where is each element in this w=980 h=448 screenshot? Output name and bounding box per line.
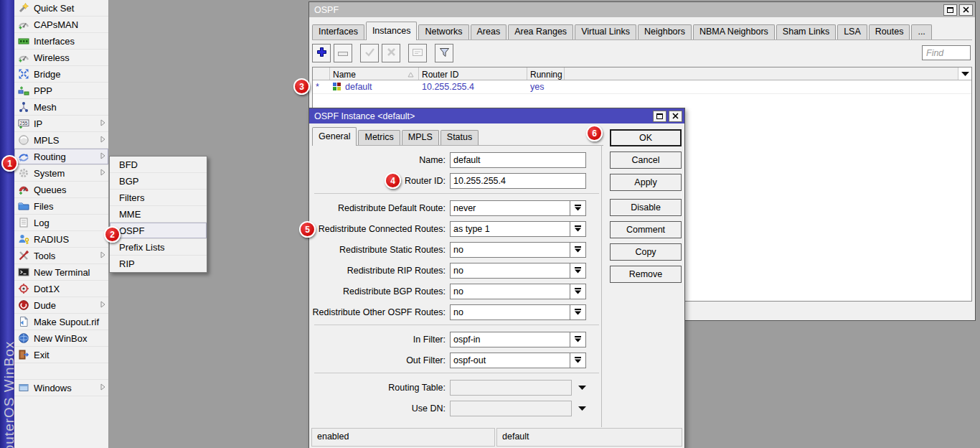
submenu-item-bgp[interactable]: BGP	[110, 173, 207, 190]
ospf-tab-lsa[interactable]: LSA	[837, 24, 867, 39]
ospf-tab-interfaces[interactable]: Interfaces	[312, 24, 364, 39]
ospf-tab-areas[interactable]: Areas	[471, 24, 507, 39]
dropdown-button[interactable]	[570, 221, 586, 237]
sidebar-item-exit[interactable]: Exit	[14, 347, 108, 363]
name-column-header[interactable]: Name	[330, 67, 419, 80]
router-id-column-header[interactable]: Router ID	[419, 67, 527, 80]
field-input-redistribute-rip-routes[interactable]	[450, 263, 570, 279]
field-row-redistribute-rip-routes: Redistribute RIP Routes:	[312, 262, 601, 279]
comment-button[interactable]: Comment	[610, 221, 682, 238]
sidebar-item-dot1x[interactable]: Dot1X	[14, 281, 108, 297]
sidebar-item-ppp[interactable]: PPP	[14, 83, 108, 99]
sidebar-item-radius[interactable]: RADIUS	[14, 231, 108, 248]
sidebar-item-system[interactable]: System	[14, 165, 108, 182]
dropdown-button[interactable]	[570, 304, 586, 320]
submenu-arrow-icon	[100, 118, 106, 129]
submenu-arrow-icon	[100, 251, 106, 261]
dialog-close-button[interactable]	[669, 111, 682, 122]
enable-button[interactable]	[360, 44, 379, 62]
dropdown-button[interactable]	[570, 353, 586, 368]
disable-button[interactable]	[382, 44, 400, 62]
dropdown-button[interactable]	[570, 242, 586, 258]
disable-button[interactable]: Disable	[610, 199, 682, 216]
comment-button[interactable]	[408, 44, 427, 62]
row-name-cell: default	[330, 82, 419, 92]
dropdown-button[interactable]	[570, 332, 586, 347]
field-input-name[interactable]	[450, 152, 586, 168]
dropdown-button[interactable]	[570, 263, 586, 279]
field-input-in-filter[interactable]	[450, 332, 570, 347]
submenu-item-mme[interactable]: MME	[110, 206, 207, 223]
dialog-tab-mpls[interactable]: MPLS	[402, 130, 439, 145]
exit-icon	[18, 349, 29, 360]
submenu-item-prefix-lists[interactable]: Prefix Lists	[110, 239, 207, 256]
status-enabled: enabled	[311, 428, 495, 447]
close-button[interactable]	[959, 4, 973, 16]
sidebar-item-new-terminal[interactable]: New Terminal	[14, 264, 108, 281]
dialog-maximize-button[interactable]	[653, 111, 666, 122]
sidebar-item-routing[interactable]: Routing	[14, 149, 108, 165]
field-label: Redistribute Static Routes:	[312, 245, 450, 255]
dialog-tab-general[interactable]: General	[312, 127, 357, 146]
sidebar-item-interfaces[interactable]: Interfaces	[14, 33, 108, 50]
ospf-tab-nbma-neighbors[interactable]: NBMA Neighbors	[693, 24, 775, 39]
sidebar-item-dude[interactable]: Dude	[14, 297, 108, 314]
sidebar-item-files[interactable]: Files	[14, 198, 108, 215]
remove-button[interactable]	[334, 44, 352, 62]
sidebar-item-mpls[interactable]: MPLS	[14, 132, 108, 149]
ok-button[interactable]: OK	[610, 129, 682, 146]
running-column-header[interactable]: Running	[527, 67, 565, 80]
ospf-tab-area-ranges[interactable]: Area Ranges	[508, 24, 573, 39]
submenu-item-ospf[interactable]: OSPF	[110, 223, 207, 239]
sidebar-item-quick-set[interactable]: Quick Set	[14, 0, 108, 17]
sidebar-item-windows[interactable]: Windows	[14, 380, 108, 396]
apply-button[interactable]: Apply	[610, 174, 682, 191]
ospf-tab-instances[interactable]: Instances	[366, 22, 418, 40]
sidebar-item-bridge[interactable]: Bridge	[14, 66, 108, 83]
dialog-tab-status[interactable]: Status	[440, 130, 479, 145]
sidebar-item-tools[interactable]: Tools	[14, 248, 108, 264]
sidebar-item-capsman[interactable]: CAPsMAN	[14, 17, 108, 33]
filter-button[interactable]	[435, 44, 453, 62]
field-input-redistribute-default-route[interactable]	[450, 200, 570, 216]
find-input[interactable]	[922, 45, 971, 60]
dropdown-button[interactable]	[570, 284, 586, 299]
field-input-out-filter[interactable]	[450, 353, 570, 368]
add-button[interactable]	[312, 44, 331, 62]
sidebar-item-make-supout-rif[interactable]: Make Supout.rif	[14, 314, 108, 330]
ospf-tab-[interactable]: ...	[911, 24, 931, 39]
ospf-tab-sham-links[interactable]: Sham Links	[776, 24, 836, 39]
sidebar-item-wireless[interactable]: Wireless	[14, 50, 108, 66]
submenu-item-bfd[interactable]: BFD	[110, 157, 207, 173]
field-input-redistribute-bgp-routes[interactable]	[450, 284, 570, 299]
cancel-button[interactable]: Cancel	[610, 151, 682, 169]
field-row-in-filter: In Filter:	[312, 331, 601, 347]
maximize-button[interactable]	[943, 4, 957, 16]
dialog-tab-metrics[interactable]: Metrics	[358, 130, 400, 145]
ospf-tab-networks[interactable]: Networks	[418, 24, 468, 39]
sidebar-item-label: Log	[34, 218, 106, 228]
dropdown-button[interactable]	[570, 200, 586, 216]
filter-icon	[439, 47, 450, 60]
submenu-item-rip[interactable]: RIP	[110, 256, 207, 272]
copy-button[interactable]: Copy	[610, 243, 682, 261]
column-picker-button[interactable]	[958, 67, 971, 80]
field-input-redistribute-static-routes[interactable]	[450, 242, 570, 258]
close-icon	[963, 6, 969, 13]
submenu-item-filters[interactable]: Filters	[110, 190, 207, 206]
maximize-icon	[656, 113, 663, 119]
ospf-tab-neighbors[interactable]: Neighbors	[638, 24, 692, 39]
sidebar-item-log[interactable]: Log	[14, 215, 108, 231]
name-column-label: Name	[333, 70, 356, 80]
sidebar-item-mesh[interactable]: Mesh	[14, 99, 108, 116]
field-input-router-id[interactable]	[450, 173, 586, 189]
sidebar-item-queues[interactable]: Queues	[14, 182, 108, 198]
field-input-redistribute-other-ospf-routes[interactable]	[450, 304, 570, 320]
remove-button[interactable]: Remove	[610, 266, 682, 283]
field-input-redistribute-connected-routes[interactable]	[450, 221, 570, 237]
ospf-tab-routes[interactable]: Routes	[869, 24, 910, 39]
instance-row-default[interactable]: *default10.255.255.4yes	[313, 80, 971, 94]
ospf-tab-virtual-links[interactable]: Virtual Links	[575, 24, 636, 39]
sidebar-item-new-winbox[interactable]: New WinBox	[14, 330, 108, 347]
sidebar-item-ip[interactable]: 255IP	[14, 116, 108, 132]
